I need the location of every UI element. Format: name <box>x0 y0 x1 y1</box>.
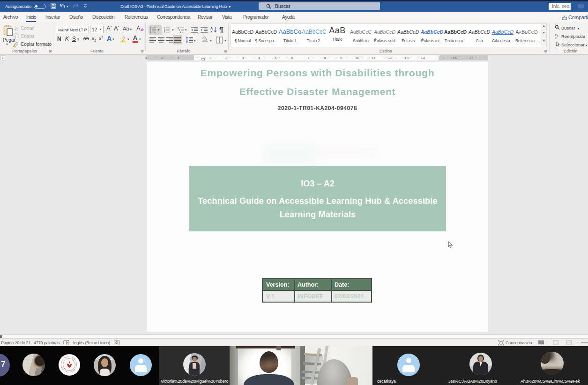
svg-text:b: b <box>557 34 558 37</box>
svg-text:3: 3 <box>164 31 165 33</box>
svg-text:A: A <box>210 27 213 30</box>
svg-text:Z: Z <box>210 30 213 33</box>
